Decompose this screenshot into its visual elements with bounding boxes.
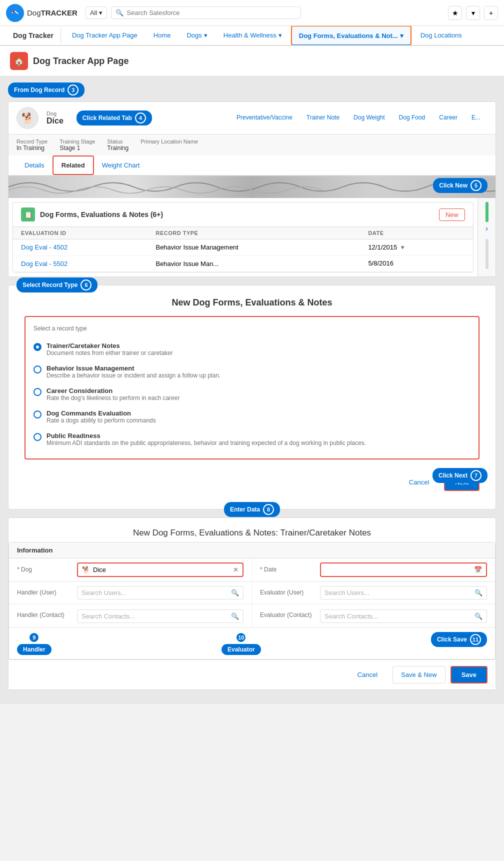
calendar-icon[interactable]: 📅	[474, 566, 482, 574]
radio-option-trainer-notes[interactable]: Trainer/Caretaker Notes Document notes f…	[34, 338, 470, 360]
wavy-chart-area: Click New 5	[8, 176, 496, 198]
annotation-9-area: 9 Handler	[17, 632, 52, 655]
nav-item-health-wellness[interactable]: Health & Wellness ▾	[216, 26, 289, 46]
date-field-cell: * Date 📅	[252, 558, 495, 582]
record-meta-area: Record Type In Training Training Stage S…	[8, 134, 496, 156]
tab-details[interactable]: Details	[16, 156, 52, 175]
eval-id-link-2[interactable]: Dog Eval - 5502	[21, 260, 68, 268]
radio-option-career[interactable]: Career Consideration Rate the dog's like…	[34, 383, 470, 406]
evaluator-contact-cell: Evaluator (Contact) Search Contacts... 🔍	[252, 604, 495, 628]
annotation-11-bubble: Click Save 11	[431, 632, 487, 647]
global-search-input[interactable]	[126, 9, 296, 16]
nav-item-app-page[interactable]: Dog Tracker App Page	[65, 26, 144, 46]
dog-record-card: 🐕 Dog Dice Click Related Tab 4 Preventat…	[8, 102, 496, 277]
annotation-8-bubble: Enter Data 8	[224, 502, 280, 517]
radio-btn-public-readiness[interactable]	[34, 433, 42, 441]
evaluator-user-search-icon: 🔍	[474, 589, 482, 596]
save-new-button[interactable]: Save & New	[392, 666, 446, 684]
dog-field-label: * Dog	[17, 566, 77, 573]
tab-preventative-vaccine[interactable]: Preventative/Vaccine	[230, 110, 300, 126]
tab-dog-food[interactable]: Dog Food	[392, 110, 432, 126]
record-type-modal-title: New Dog Forms, Evaluations & Notes	[24, 298, 480, 308]
dog-record-tabs: Preventative/Vaccine Trainer Note Dog We…	[230, 110, 488, 126]
radio-label-career: Career Consideration Rate the dog's like…	[46, 387, 180, 402]
nav-dropdown-icon[interactable]: ▾	[466, 6, 480, 20]
tab-more[interactable]: E...	[464, 110, 488, 126]
annotation-6-area: Select Record Type 6	[16, 278, 98, 292]
radio-option-behavior[interactable]: Behavior Issue Management Describe a beh…	[34, 360, 470, 383]
panel-chevron-right[interactable]: ›	[486, 224, 488, 233]
favorites-icon[interactable]: ★	[448, 6, 462, 20]
dog-field-cell: * Dog 🐕 Dice ✕	[9, 558, 252, 582]
main-content-area: From Dog Record 3 🐕 Dog Dice Click Relat…	[0, 76, 504, 704]
page-header-title: Dog Tracker App Page	[33, 56, 128, 66]
search-scope-dropdown[interactable]: All ▾	[86, 6, 107, 19]
radio-option-public-readiness[interactable]: Public Readiness Minimum ADI standards o…	[34, 428, 470, 450]
evaluator-user-label: Evaluator (User)	[260, 589, 320, 596]
radio-btn-commands[interactable]	[34, 410, 42, 418]
handler-contact-label: Handler (Contact)	[17, 610, 77, 618]
annotation-5-bubble: Click New 5	[433, 178, 488, 193]
handler-contact-cell: Handler (Contact) Search Contacts... 🔍	[9, 604, 252, 628]
nav-item-dogs[interactable]: Dogs ▾	[180, 26, 214, 46]
search-icon: 🔍	[116, 9, 124, 16]
data-entry-cancel-button[interactable]: Cancel	[348, 666, 388, 684]
dog-icon: 🐕	[82, 566, 90, 574]
nav-item-home[interactable]: Home	[146, 26, 178, 46]
meta-status: Status Training	[107, 138, 128, 152]
handler-user-cell: Handler (User) Search Users... 🔍	[9, 582, 252, 604]
dog-field-input[interactable]: 🐕 Dice ✕	[77, 562, 244, 577]
radio-label-behavior: Behavior Issue Management Describe a beh…	[46, 364, 220, 379]
app-logo: DogTRACKER	[6, 4, 78, 22]
handler-contact-input[interactable]: Search Contacts... 🔍	[77, 610, 244, 623]
global-search-bar[interactable]: 🔍	[111, 6, 301, 19]
col-date: DATE	[360, 227, 473, 240]
meta-record-type: Record Type In Training	[16, 138, 48, 152]
annotation-4-bubble: Click Related Tab 4	[76, 110, 152, 126]
annotation-11-area: Click Save 11	[431, 632, 487, 647]
nav-item-dog-locations[interactable]: Dog Locations	[414, 26, 469, 46]
data-entry-form-title: New Dog Forms, Evaluations & Notes: Trai…	[24, 528, 480, 538]
related-list-icon: 📋	[21, 208, 35, 222]
tab-related[interactable]: Related	[52, 156, 94, 175]
table-row: Dog Eval - 4502 Behavior Issue Managemen…	[13, 240, 473, 256]
record-type-cell-1: Behavior Issue Management	[148, 240, 360, 256]
radio-btn-trainer-notes[interactable]	[34, 343, 42, 351]
annotation-7-area: Click Next 7	[432, 468, 488, 483]
handler-user-input[interactable]: Search Users... 🔍	[77, 586, 244, 600]
record-type-cell-2: Behavior Issue Man...	[148, 256, 360, 272]
radio-btn-behavior[interactable]	[34, 366, 42, 374]
evaluator-user-cell: Evaluator (User) Search Users... 🔍	[252, 582, 495, 604]
dog-name-area: Dog Dice	[46, 110, 64, 126]
related-content: 📋 Dog Forms, Evaluations & Notes (6+) Ne…	[8, 198, 478, 276]
health-chevron-icon: ▾	[278, 32, 282, 39]
form-row-contacts: Handler (Contact) Search Contacts... 🔍 E…	[9, 604, 495, 628]
evaluator-contact-input[interactable]: Search Contacts... 🔍	[320, 610, 487, 623]
col-record-type: RECORD TYPE	[148, 227, 360, 240]
evaluator-user-input[interactable]: Search Users... 🔍	[320, 586, 487, 600]
tab-weight-chart[interactable]: Weight Chart	[94, 156, 148, 175]
row-action-icon-1[interactable]: ▾	[401, 244, 404, 251]
tab-trainer-note[interactable]: Trainer Note	[300, 110, 346, 126]
date-field-input[interactable]: 📅	[320, 562, 487, 577]
related-new-button[interactable]: New	[439, 208, 465, 221]
related-area: 📋 Dog Forms, Evaluations & Notes (6+) Ne…	[8, 198, 496, 276]
dog-record-header: 🐕 Dog Dice Click Related Tab 4 Preventat…	[8, 102, 496, 134]
radio-btn-career[interactable]	[34, 388, 42, 396]
eval-id-link-1[interactable]: Dog Eval - 4502	[21, 244, 68, 251]
save-actions-area: Cancel Save & New Save	[8, 660, 496, 690]
save-button[interactable]: Save	[450, 666, 488, 684]
annotation-10-bubble: Evaluator	[222, 644, 261, 655]
related-list-dog-forms: 📋 Dog Forms, Evaluations & Notes (6+) Ne…	[12, 202, 474, 272]
tab-career[interactable]: Career	[432, 110, 464, 126]
annotation-8-area: Enter Data 8	[224, 502, 280, 517]
form-row-users: Handler (User) Search Users... 🔍 Evaluat…	[9, 582, 495, 604]
tab-dog-weight[interactable]: Dog Weight	[346, 110, 392, 126]
add-page-icon[interactable]: +	[484, 6, 498, 20]
top-navigation: DogTRACKER All ▾ 🔍 ★ ▾ +	[0, 0, 504, 26]
radio-label-public-readiness: Public Readiness Minimum ADI standards o…	[46, 432, 366, 446]
dog-clear-button[interactable]: ✕	[233, 566, 238, 574]
nav-item-dog-forms[interactable]: Dog Forms, Evaluations & Not... ▾	[291, 26, 412, 46]
green-bar-indicator	[486, 202, 488, 222]
radio-option-commands[interactable]: Dog Commands Evaluation Rate a dogs abil…	[34, 406, 470, 428]
